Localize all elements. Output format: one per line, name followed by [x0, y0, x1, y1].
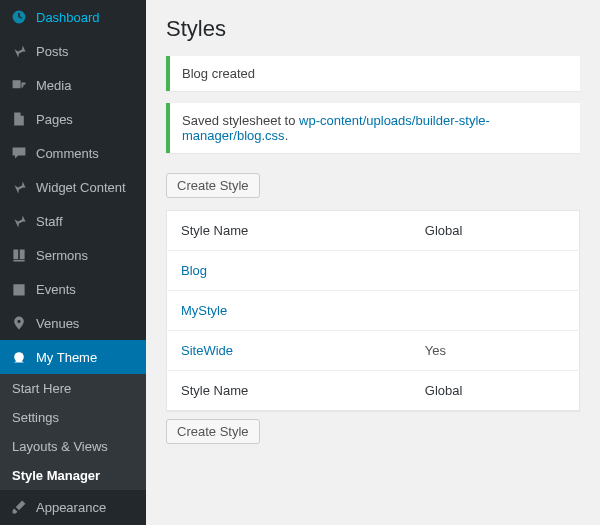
style-link[interactable]: Blog [181, 263, 207, 278]
tf-style-name: Style Name [167, 371, 411, 411]
sidebar-item-dashboard[interactable]: Dashboard [0, 0, 146, 34]
sidebar-item-staff[interactable]: Staff [0, 204, 146, 238]
sidebar-item-label: Widget Content [36, 180, 126, 195]
pin-icon [10, 178, 28, 196]
submenu-start-here[interactable]: Start Here [0, 374, 146, 403]
th-global: Global [411, 211, 580, 251]
sidebar-item-label: Posts [36, 44, 69, 59]
tf-global: Global [411, 371, 580, 411]
sidebar-item-label: Events [36, 282, 76, 297]
location-icon [10, 314, 28, 332]
admin-sidebar: Dashboard Posts Media Pages Comments Wid… [0, 0, 146, 525]
table-row: SiteWide Yes [167, 331, 580, 371]
table-row: MyStyle [167, 291, 580, 331]
comment-icon [10, 144, 28, 162]
sidebar-item-label: Appearance [36, 500, 106, 515]
sidebar-item-label: Venues [36, 316, 79, 331]
notice-text: Blog created [182, 66, 255, 81]
global-cell: Yes [411, 331, 580, 371]
sidebar-item-label: Staff [36, 214, 63, 229]
page-icon [10, 110, 28, 128]
sidebar-item-venues[interactable]: Venues [0, 306, 146, 340]
global-cell [411, 251, 580, 291]
notice-suffix: . [285, 128, 289, 143]
style-link[interactable]: MyStyle [181, 303, 227, 318]
styles-table: Style Name Global Blog MyStyle SiteWide … [166, 210, 580, 411]
sidebar-item-appearance[interactable]: Appearance [0, 490, 146, 524]
submenu-settings[interactable]: Settings [0, 403, 146, 432]
global-cell [411, 291, 580, 331]
sidebar-item-my-theme[interactable]: My Theme [0, 340, 146, 374]
pin-icon [10, 212, 28, 230]
create-style-button-top[interactable]: Create Style [166, 173, 260, 198]
submenu-style-manager[interactable]: Style Manager [0, 461, 146, 490]
create-style-button-bottom[interactable]: Create Style [166, 419, 260, 444]
sidebar-item-label: Media [36, 78, 71, 93]
media-icon [10, 76, 28, 94]
sidebar-item-events[interactable]: Events [0, 272, 146, 306]
main-content: Styles Blog created Saved stylesheet to … [146, 0, 600, 525]
sidebar-submenu: Start Here Settings Layouts & Views Styl… [0, 374, 146, 490]
sidebar-item-media[interactable]: Media [0, 68, 146, 102]
svg-point-0 [14, 352, 24, 362]
notice-prefix: Saved stylesheet to [182, 113, 299, 128]
theme-icon [10, 348, 28, 366]
notice-saved: Saved stylesheet to wp-content/uploads/b… [166, 103, 580, 153]
sidebar-item-comments[interactable]: Comments [0, 136, 146, 170]
sidebar-item-label: Pages [36, 112, 73, 127]
sidebar-item-label: My Theme [36, 350, 97, 365]
book-icon [10, 246, 28, 264]
sidebar-item-label: Comments [36, 146, 99, 161]
calendar-icon [10, 280, 28, 298]
sidebar-item-pages[interactable]: Pages [0, 102, 146, 136]
sidebar-item-widget-content[interactable]: Widget Content [0, 170, 146, 204]
sidebar-item-sermons[interactable]: Sermons [0, 238, 146, 272]
th-style-name: Style Name [167, 211, 411, 251]
style-link[interactable]: SiteWide [181, 343, 233, 358]
table-row: Blog [167, 251, 580, 291]
brush-icon [10, 498, 28, 516]
dashboard-icon [10, 8, 28, 26]
sidebar-item-posts[interactable]: Posts [0, 34, 146, 68]
notice-created: Blog created [166, 56, 580, 91]
page-title: Styles [166, 16, 580, 42]
pin-icon [10, 42, 28, 60]
sidebar-item-label: Dashboard [36, 10, 100, 25]
sidebar-item-label: Sermons [36, 248, 88, 263]
submenu-layouts-views[interactable]: Layouts & Views [0, 432, 146, 461]
